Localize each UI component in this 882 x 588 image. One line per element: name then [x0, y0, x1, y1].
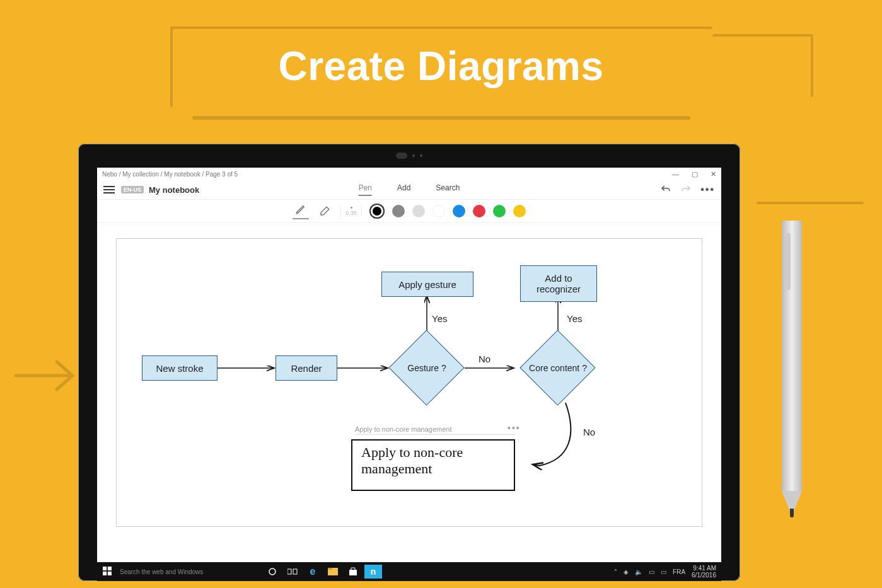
recognized-text-more-icon[interactable]: ••• — [508, 423, 521, 433]
menu-icon[interactable] — [103, 186, 115, 193]
taskbar-search[interactable]: Search the web and Windows — [120, 568, 258, 575]
windows-taskbar: Search the web and Windows e n ˄ ◈ 🔈 ▭ ▭… — [97, 562, 721, 581]
color-swatch-yellow[interactable] — [513, 205, 526, 217]
edge-label-yes: Yes — [432, 313, 447, 324]
svg-rect-6 — [108, 567, 112, 570]
svg-rect-13 — [328, 568, 332, 570]
color-swatch-lightgray[interactable] — [412, 205, 425, 217]
redo-icon[interactable] — [680, 184, 692, 195]
task-view-icon[interactable] — [284, 565, 301, 579]
breadcrumb[interactable]: Nebo / My collection / My notebook / Pag… — [102, 171, 238, 178]
color-swatch-black[interactable] — [369, 204, 385, 219]
flow-node-new-stroke[interactable]: New stroke — [142, 355, 218, 381]
window-titlebar: Nebo / My collection / My notebook / Pag… — [97, 168, 721, 180]
svg-rect-11 — [293, 569, 297, 574]
flow-decision-gesture[interactable]: Gesture ? — [389, 330, 465, 406]
flow-node-add-recognizer[interactable]: Add to recognizer — [520, 265, 597, 302]
start-button-icon[interactable] — [97, 567, 117, 577]
app-header: EN-US My notebook Pen Add Search ••• — [97, 180, 721, 199]
nebo-app-icon[interactable]: n — [364, 565, 382, 579]
undo-icon[interactable] — [660, 184, 671, 195]
edge-label-no: No — [479, 354, 490, 364]
tray-volume-icon[interactable]: 🔈 — [635, 568, 642, 575]
file-explorer-icon[interactable] — [324, 565, 342, 579]
svg-rect-7 — [103, 572, 107, 575]
handwriting-text: Apply to non-core management — [361, 444, 463, 478]
tab-search[interactable]: Search — [436, 183, 460, 196]
language-badge[interactable]: EN-US — [121, 186, 144, 193]
tray-time: 9:41 AM — [692, 565, 716, 572]
tab-add[interactable]: Add — [397, 183, 410, 196]
flow-node-render[interactable]: Render — [276, 355, 337, 381]
more-menu-icon[interactable]: ••• — [700, 184, 715, 195]
color-swatch-gray[interactable] — [392, 205, 405, 217]
notebook-title: My notebook — [149, 185, 199, 195]
eraser-tool-icon[interactable] — [316, 203, 333, 219]
color-swatch-white[interactable] — [432, 205, 445, 217]
color-swatch-red[interactable] — [473, 205, 485, 217]
recognized-text-underline — [355, 434, 515, 435]
tray-messages-icon[interactable]: ▭ — [649, 568, 654, 575]
color-swatch-blue[interactable] — [453, 205, 465, 217]
hero-underline — [192, 116, 690, 120]
edge-label-no: No — [583, 427, 595, 437]
svg-rect-5 — [103, 567, 107, 570]
svg-rect-8 — [108, 572, 112, 575]
store-app-icon[interactable] — [344, 565, 362, 579]
flow-decision-core[interactable]: Core content ? — [520, 330, 596, 406]
pen-size-value: 0.35 — [345, 210, 357, 216]
tablet-frame: Nebo / My collection / My notebook / Pag… — [78, 144, 740, 581]
svg-rect-10 — [287, 569, 291, 574]
recognized-text-preview[interactable]: Apply to non-core management — [355, 425, 451, 433]
pen-toolbar: 0.35 — [97, 199, 721, 223]
hero-title: Create Diagrams — [0, 43, 882, 89]
color-swatch-green[interactable] — [493, 205, 506, 217]
tray-chevron-icon[interactable]: ˄ — [614, 568, 617, 575]
drawing-canvas[interactable]: New stroke Render Gesture ? Core content… — [116, 238, 702, 527]
pencil-tool-icon[interactable] — [293, 203, 309, 219]
window-minimize-button[interactable]: — — [672, 170, 679, 178]
bg-arrow-sketch — [13, 350, 82, 401]
tablet-camera — [390, 153, 428, 159]
cortana-icon[interactable] — [264, 565, 281, 579]
stylus-illustration — [782, 221, 802, 536]
svg-point-9 — [269, 568, 276, 575]
svg-rect-14 — [349, 570, 357, 575]
tray-date: 6/1/2016 — [692, 572, 716, 579]
tray-network-icon[interactable]: ◈ — [624, 568, 629, 575]
header-tabs: Pen Add Search — [359, 183, 460, 196]
app-screen: Nebo / My collection / My notebook / Pag… — [97, 168, 721, 581]
tray-language[interactable]: FRA — [673, 568, 685, 575]
pen-size-selector[interactable]: 0.35 — [340, 205, 362, 217]
edge-label-yes: Yes — [567, 313, 582, 324]
bg-sketch — [757, 202, 864, 204]
window-close-button[interactable]: ✕ — [711, 170, 716, 178]
flow-node-apply-gesture[interactable]: Apply gesture — [381, 272, 473, 297]
tab-pen[interactable]: Pen — [359, 183, 372, 196]
tray-battery-icon[interactable]: ▭ — [661, 568, 666, 575]
window-maximize-button[interactable]: ▢ — [692, 170, 698, 178]
edge-app-icon[interactable]: e — [304, 565, 322, 579]
tray-clock[interactable]: 9:41 AM 6/1/2016 — [692, 565, 716, 579]
